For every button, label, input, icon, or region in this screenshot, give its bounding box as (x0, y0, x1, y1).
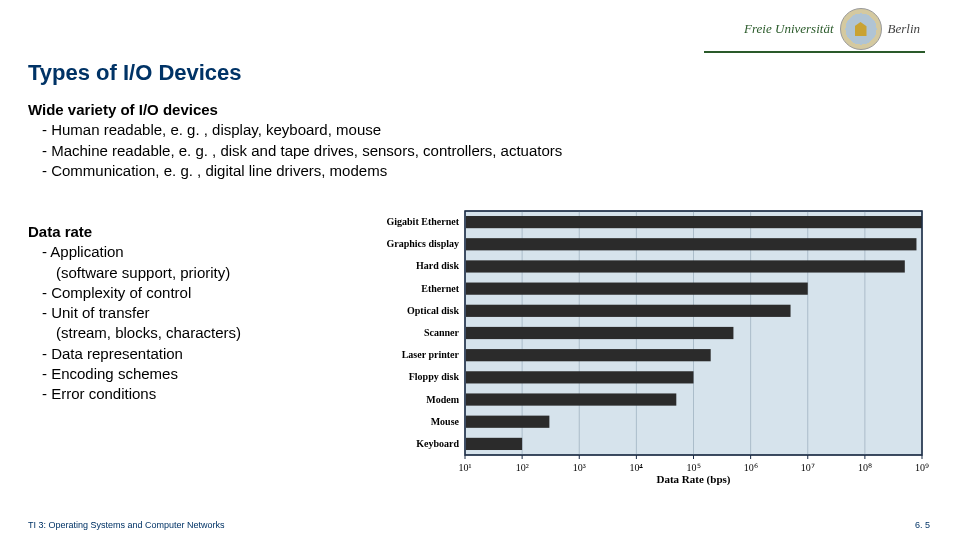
section-variety-lead: Wide variety of I/O devices (28, 100, 562, 120)
logo-text-pre: Freie Universität (744, 21, 833, 36)
bullet-item: - Encoding schemes (28, 364, 308, 384)
section-variety: Wide variety of I/O devices - Human read… (28, 100, 562, 181)
svg-rect-31 (466, 238, 916, 250)
bullet-item: - Machine readable, e. g. , disk and tap… (28, 141, 562, 161)
svg-rect-45 (466, 393, 676, 405)
bullet-sub: (software support, priority) (28, 263, 308, 283)
bullet-item: - Unit of transfer (28, 303, 308, 323)
svg-rect-35 (466, 283, 808, 295)
svg-text:10⁷: 10⁷ (801, 462, 815, 473)
svg-text:Ethernet: Ethernet (421, 283, 459, 294)
svg-text:10⁸: 10⁸ (858, 462, 872, 473)
svg-text:10²: 10² (516, 462, 529, 473)
svg-rect-47 (466, 416, 549, 428)
svg-text:Scanner: Scanner (424, 327, 460, 338)
svg-text:10⁴: 10⁴ (629, 462, 643, 473)
svg-text:Data Rate (bps): Data Rate (bps) (657, 473, 731, 485)
svg-text:10⁹: 10⁹ (915, 462, 929, 473)
bullet-item: - Data representation (28, 344, 308, 364)
svg-text:Keyboard: Keyboard (416, 438, 459, 449)
bullet-item: - Human readable, e. g. , display, keybo… (28, 120, 562, 140)
section-data-rate-lead: Data rate (28, 222, 308, 242)
bullet-item: - Error conditions (28, 384, 308, 404)
svg-text:Mouse: Mouse (431, 416, 460, 427)
svg-text:Gigabit Ethernet: Gigabit Ethernet (387, 216, 460, 227)
bullet-item: - Complexity of control (28, 283, 308, 303)
svg-text:10¹: 10¹ (459, 462, 472, 473)
svg-rect-29 (466, 216, 922, 228)
svg-rect-39 (466, 327, 733, 339)
bullet-item: - Communication, e. g. , digital line dr… (28, 161, 562, 181)
university-logo: Freie Universität Berlin (744, 8, 920, 50)
svg-rect-43 (466, 371, 694, 383)
chart-data-rate: 10¹10²10³10⁴10⁵10⁶10⁷10⁸10⁹Data Rate (bp… (350, 205, 930, 485)
seal-icon (840, 8, 882, 50)
logo-text-post: Berlin (888, 21, 921, 37)
svg-text:10⁶: 10⁶ (744, 462, 758, 473)
svg-rect-37 (466, 305, 791, 317)
svg-text:10⁵: 10⁵ (687, 462, 701, 473)
svg-text:Hard disk: Hard disk (416, 260, 460, 271)
svg-text:10³: 10³ (573, 462, 586, 473)
footer-page: 6. 5 (915, 520, 930, 530)
svg-rect-41 (466, 349, 711, 361)
svg-text:Modem: Modem (426, 394, 459, 405)
bullet-sub: (stream, blocks, characters) (28, 323, 308, 343)
svg-text:Laser printer: Laser printer (402, 349, 460, 360)
slide-title: Types of I/O Devices (28, 60, 242, 86)
svg-rect-33 (466, 260, 905, 272)
svg-rect-49 (466, 438, 522, 450)
bullet-item: - Application (28, 242, 308, 262)
svg-text:Floppy disk: Floppy disk (409, 371, 460, 382)
svg-text:Graphics display: Graphics display (386, 238, 459, 249)
logo-text: Freie Universität (744, 21, 833, 37)
section-data-rate: Data rate - Application (software suppor… (28, 222, 308, 404)
svg-text:Optical disk: Optical disk (407, 305, 459, 316)
footer-course: TI 3: Operating Systems and Computer Net… (28, 520, 225, 530)
header-underline (704, 51, 925, 53)
